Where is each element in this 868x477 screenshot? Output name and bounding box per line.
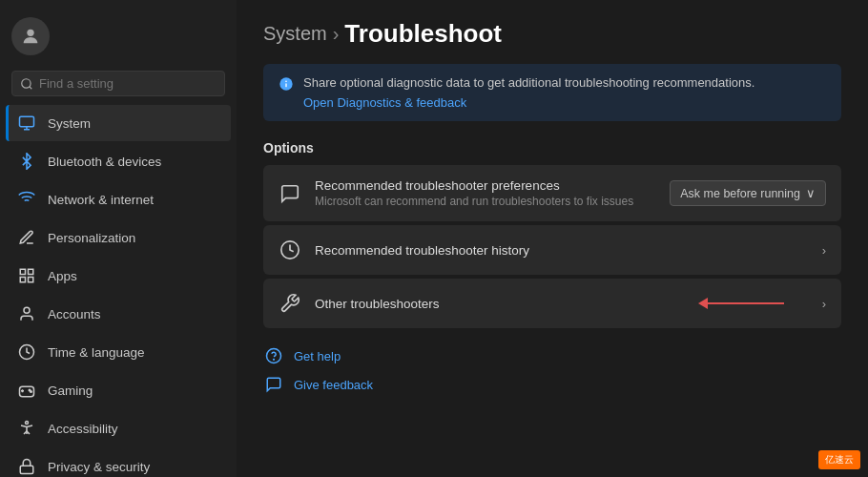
sidebar-item-accounts[interactable]: Accounts xyxy=(6,296,231,332)
sidebar-item-time[interactable]: Time & language xyxy=(6,334,231,370)
history-right: › xyxy=(822,243,826,258)
give-feedback-icon xyxy=(263,374,284,395)
main-content: System › Troubleshoot Share optional dia… xyxy=(237,0,868,477)
sidebar-item-privacy[interactable]: Privacy & security xyxy=(6,448,231,477)
privacy-icon xyxy=(17,457,36,476)
watermark-badge: 亿速云 xyxy=(818,450,860,469)
options-list: Recommended troubleshooter preferences M… xyxy=(263,165,841,328)
sidebar-item-label-apps: Apps xyxy=(48,269,77,283)
arrow-annotation xyxy=(698,298,784,309)
breadcrumb: System › Troubleshoot xyxy=(263,19,841,49)
give-feedback-label[interactable]: Give feedback xyxy=(294,378,373,392)
search-box[interactable] xyxy=(11,71,225,96)
accounts-icon xyxy=(17,304,36,323)
options-section-title: Options xyxy=(263,140,841,156)
svg-rect-8 xyxy=(29,269,33,274)
other-right: › xyxy=(822,297,826,311)
svg-rect-3 xyxy=(20,116,34,127)
apps-icon xyxy=(17,266,36,285)
prefs-right: Ask me before running ∨ xyxy=(670,180,826,206)
option-other-troubleshooters[interactable]: Other troubleshooters › xyxy=(263,279,841,328)
page-title: Troubleshoot xyxy=(344,19,502,49)
svg-point-16 xyxy=(26,422,29,425)
prefs-text: Recommended troubleshooter preferences M… xyxy=(315,178,656,208)
search-input[interactable] xyxy=(39,76,217,91)
accessibility-icon xyxy=(17,419,36,438)
get-help-item[interactable]: Get help xyxy=(263,345,841,366)
diagnostics-link[interactable]: Open Diagnostics & feedback xyxy=(303,95,754,110)
gaming-icon xyxy=(17,381,36,400)
history-chevron: › xyxy=(822,243,826,258)
history-title: Recommended troubleshooter history xyxy=(315,243,809,258)
personalization-icon xyxy=(17,228,36,247)
sidebar-item-bluetooth[interactable]: Bluetooth & devices xyxy=(6,143,231,179)
svg-point-15 xyxy=(31,391,32,393)
arrowhead xyxy=(698,298,708,309)
option-recommended-history[interactable]: Recommended troubleshooter history › xyxy=(263,225,841,275)
svg-point-11 xyxy=(24,307,30,313)
svg-rect-7 xyxy=(20,269,25,274)
prefs-dropdown[interactable]: Ask me before running ∨ xyxy=(670,180,826,206)
svg-rect-17 xyxy=(20,466,33,473)
search-icon xyxy=(20,77,33,91)
sidebar-item-label-accounts: Accounts xyxy=(48,307,101,321)
history-text: Recommended troubleshooter history xyxy=(315,243,809,258)
svg-line-2 xyxy=(30,86,32,89)
prefs-subtitle: Microsoft can recommend and run troubles… xyxy=(315,195,656,208)
profile-section xyxy=(0,10,237,67)
sidebar-item-label-bluetooth: Bluetooth & devices xyxy=(48,155,161,169)
network-icon xyxy=(17,190,36,209)
get-help-icon xyxy=(263,345,284,366)
sidebar-item-label-system: System xyxy=(48,116,91,131)
sidebar-item-gaming[interactable]: Gaming xyxy=(6,372,231,408)
sidebar-item-apps[interactable]: Apps xyxy=(6,258,231,294)
svg-point-0 xyxy=(27,30,33,36)
sidebar-item-label-gaming: Gaming xyxy=(48,384,93,398)
info-icon xyxy=(279,76,294,95)
parent-label: System xyxy=(263,23,327,45)
avatar xyxy=(11,17,50,55)
dropdown-label: Ask me before running xyxy=(680,187,800,200)
arrow-line xyxy=(708,302,784,304)
sidebar-item-network[interactable]: Network & internet xyxy=(6,181,231,218)
prefs-title: Recommended troubleshooter preferences xyxy=(315,178,656,193)
sidebar-item-system[interactable]: System xyxy=(6,105,231,141)
sidebar-item-label-time: Time & language xyxy=(48,345,145,360)
give-feedback-item[interactable]: Give feedback xyxy=(263,374,841,395)
info-banner: Share optional diagnostic data to get ad… xyxy=(263,64,841,121)
option-recommended-prefs[interactable]: Recommended troubleshooter preferences M… xyxy=(263,165,841,221)
sidebar-item-accessibility[interactable]: Accessibility xyxy=(6,410,231,446)
dropdown-chevron: ∨ xyxy=(806,186,816,200)
bluetooth-icon xyxy=(17,152,36,171)
sidebar-item-label-personalization: Personalization xyxy=(48,231,135,245)
history-icon xyxy=(279,238,301,261)
sidebar-item-label-privacy: Privacy & security xyxy=(48,460,150,474)
info-text: Share optional diagnostic data to get ad… xyxy=(303,75,754,90)
prefs-icon xyxy=(279,182,301,205)
sidebar-item-personalization[interactable]: Personalization xyxy=(6,219,231,256)
sidebar: System Bluetooth & devices Network & int… xyxy=(0,0,237,477)
get-help-label[interactable]: Get help xyxy=(294,349,341,363)
wrench-icon xyxy=(279,292,301,315)
sidebar-item-label-accessibility: Accessibility xyxy=(48,422,118,436)
info-content: Share optional diagnostic data to get ad… xyxy=(303,75,754,110)
breadcrumb-separator: › xyxy=(333,23,340,45)
system-icon xyxy=(17,114,36,133)
time-icon xyxy=(17,342,36,362)
svg-rect-10 xyxy=(29,278,33,282)
sidebar-item-label-network: Network & internet xyxy=(48,193,154,207)
footer-links: Get help Give feedback xyxy=(263,345,841,395)
svg-point-1 xyxy=(22,78,31,87)
other-chevron: › xyxy=(822,297,826,311)
svg-rect-9 xyxy=(20,278,25,282)
